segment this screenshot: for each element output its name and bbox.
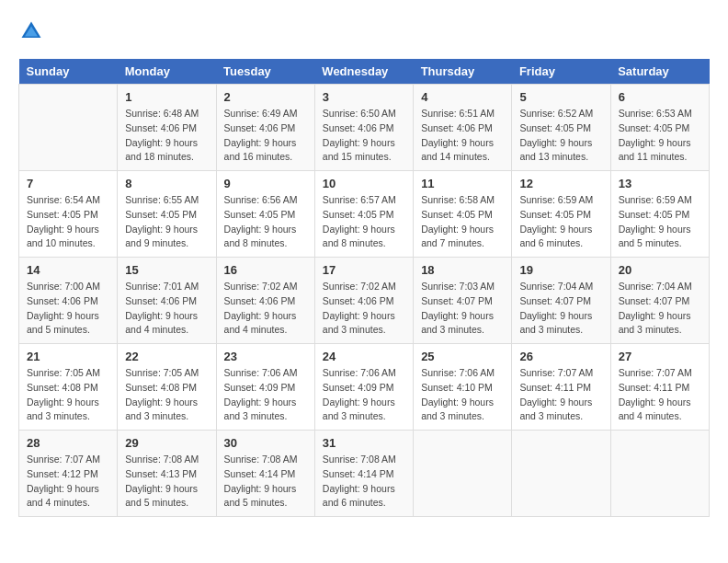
day-info: Sunrise: 7:04 AM Sunset: 4:07 PM Dayligh… [519,280,602,338]
day-info: Sunrise: 6:57 AM Sunset: 4:05 PM Dayligh… [323,193,405,251]
day-info: Sunrise: 6:48 AM Sunset: 4:06 PM Dayligh… [125,107,208,165]
calendar-cell: 16Sunrise: 7:02 AM Sunset: 4:06 PM Dayli… [216,258,314,344]
day-number: 11 [421,177,504,190]
weekday-header-saturday: Saturday [610,59,709,85]
day-number: 22 [125,350,208,363]
calendar-cell: 13Sunrise: 6:59 AM Sunset: 4:05 PM Dayli… [610,171,709,258]
calendar-cell: 21Sunrise: 7:05 AM Sunset: 4:08 PM Dayli… [19,344,118,431]
day-number: 19 [519,263,602,277]
day-info: Sunrise: 6:51 AM Sunset: 4:06 PM Dayligh… [421,107,504,165]
calendar-cell: 9Sunrise: 6:56 AM Sunset: 4:05 PM Daylig… [216,171,314,258]
day-number: 14 [27,263,109,277]
calendar-cell: 8Sunrise: 6:55 AM Sunset: 4:05 PM Daylig… [118,171,216,258]
weekday-header-friday: Friday [512,59,610,85]
calendar-cell: 17Sunrise: 7:02 AM Sunset: 4:06 PM Dayli… [314,258,413,344]
calendar-cell [19,85,118,171]
calendar-cell: 7Sunrise: 6:54 AM Sunset: 4:05 PM Daylig… [19,171,118,258]
day-info: Sunrise: 7:08 AM Sunset: 4:14 PM Dayligh… [323,453,405,511]
calendar-cell [414,431,512,517]
day-info: Sunrise: 6:55 AM Sunset: 4:05 PM Dayligh… [125,193,208,251]
calendar-cell: 30Sunrise: 7:08 AM Sunset: 4:14 PM Dayli… [216,431,314,517]
calendar-cell: 28Sunrise: 7:07 AM Sunset: 4:12 PM Dayli… [19,431,118,517]
day-number: 7 [27,177,109,190]
day-info: Sunrise: 6:54 AM Sunset: 4:05 PM Dayligh… [27,193,109,251]
day-number: 2 [224,90,307,104]
calendar-cell: 6Sunrise: 6:53 AM Sunset: 4:05 PM Daylig… [610,85,709,171]
day-number: 17 [323,263,405,277]
day-info: Sunrise: 6:58 AM Sunset: 4:05 PM Dayligh… [421,193,504,251]
day-number: 29 [125,436,208,450]
day-number: 1 [125,90,208,104]
calendar-cell: 22Sunrise: 7:05 AM Sunset: 4:08 PM Dayli… [118,344,216,431]
week-row-3: 14Sunrise: 7:00 AM Sunset: 4:06 PM Dayli… [19,258,710,344]
week-row-4: 21Sunrise: 7:05 AM Sunset: 4:08 PM Dayli… [19,344,710,431]
day-number: 28 [27,436,109,450]
day-info: Sunrise: 7:06 AM Sunset: 4:09 PM Dayligh… [323,366,405,424]
calendar-cell: 23Sunrise: 7:06 AM Sunset: 4:09 PM Dayli… [216,344,314,431]
day-number: 16 [224,263,307,277]
day-info: Sunrise: 7:06 AM Sunset: 4:09 PM Dayligh… [224,366,307,424]
day-number: 20 [619,263,701,277]
weekday-header-sunday: Sunday [19,59,118,85]
day-number: 15 [125,263,208,277]
calendar-cell: 20Sunrise: 7:04 AM Sunset: 4:07 PM Dayli… [610,258,709,344]
day-info: Sunrise: 7:07 AM Sunset: 4:11 PM Dayligh… [619,366,701,424]
day-number: 23 [224,350,307,363]
calendar-cell: 12Sunrise: 6:59 AM Sunset: 4:05 PM Dayli… [512,171,610,258]
week-row-2: 7Sunrise: 6:54 AM Sunset: 4:05 PM Daylig… [19,171,710,258]
day-info: Sunrise: 7:04 AM Sunset: 4:07 PM Dayligh… [619,280,701,338]
day-info: Sunrise: 7:01 AM Sunset: 4:06 PM Dayligh… [125,280,208,338]
day-number: 9 [224,177,307,190]
calendar-cell: 27Sunrise: 7:07 AM Sunset: 4:11 PM Dayli… [610,344,709,431]
day-number: 13 [619,177,701,190]
day-number: 21 [27,350,109,363]
day-number: 31 [323,436,405,450]
week-row-5: 28Sunrise: 7:07 AM Sunset: 4:12 PM Dayli… [19,431,710,517]
day-info: Sunrise: 6:50 AM Sunset: 4:06 PM Dayligh… [323,107,405,165]
logo-icon [18,18,44,44]
day-number: 6 [619,90,701,104]
day-info: Sunrise: 6:59 AM Sunset: 4:05 PM Dayligh… [619,193,701,251]
day-info: Sunrise: 7:05 AM Sunset: 4:08 PM Dayligh… [125,366,208,424]
day-info: Sunrise: 7:08 AM Sunset: 4:13 PM Dayligh… [125,453,208,511]
day-info: Sunrise: 7:00 AM Sunset: 4:06 PM Dayligh… [27,280,109,338]
weekday-header-row: SundayMondayTuesdayWednesdayThursdayFrid… [19,59,710,85]
weekday-header-wednesday: Wednesday [314,59,413,85]
calendar-cell: 1Sunrise: 6:48 AM Sunset: 4:06 PM Daylig… [118,85,216,171]
day-number: 25 [421,350,504,363]
weekday-header-thursday: Thursday [414,59,512,85]
day-info: Sunrise: 6:56 AM Sunset: 4:05 PM Dayligh… [224,193,307,251]
calendar-cell: 25Sunrise: 7:06 AM Sunset: 4:10 PM Dayli… [414,344,512,431]
calendar-cell: 5Sunrise: 6:52 AM Sunset: 4:05 PM Daylig… [512,85,610,171]
weekday-header-monday: Monday [118,59,216,85]
day-info: Sunrise: 7:07 AM Sunset: 4:11 PM Dayligh… [519,366,602,424]
day-info: Sunrise: 7:02 AM Sunset: 4:06 PM Dayligh… [224,280,307,338]
day-info: Sunrise: 6:52 AM Sunset: 4:05 PM Dayligh… [519,107,602,165]
calendar-cell [610,431,709,517]
day-info: Sunrise: 7:05 AM Sunset: 4:08 PM Dayligh… [27,366,109,424]
weekday-header-tuesday: Tuesday [216,59,314,85]
day-info: Sunrise: 6:49 AM Sunset: 4:06 PM Dayligh… [224,107,307,165]
calendar-cell: 2Sunrise: 6:49 AM Sunset: 4:06 PM Daylig… [216,85,314,171]
calendar-cell: 29Sunrise: 7:08 AM Sunset: 4:13 PM Dayli… [118,431,216,517]
week-row-1: 1Sunrise: 6:48 AM Sunset: 4:06 PM Daylig… [19,85,710,171]
calendar-cell: 19Sunrise: 7:04 AM Sunset: 4:07 PM Dayli… [512,258,610,344]
calendar-table: SundayMondayTuesdayWednesdayThursdayFrid… [18,59,710,517]
day-number: 10 [323,177,405,190]
day-number: 30 [224,436,307,450]
day-info: Sunrise: 6:53 AM Sunset: 4:05 PM Dayligh… [619,107,701,165]
calendar-cell: 10Sunrise: 6:57 AM Sunset: 4:05 PM Dayli… [314,171,413,258]
day-info: Sunrise: 6:59 AM Sunset: 4:05 PM Dayligh… [519,193,602,251]
day-info: Sunrise: 7:03 AM Sunset: 4:07 PM Dayligh… [421,280,504,338]
calendar-cell: 4Sunrise: 6:51 AM Sunset: 4:06 PM Daylig… [414,85,512,171]
day-number: 3 [323,90,405,104]
logo [18,18,48,44]
day-number: 8 [125,177,208,190]
day-number: 18 [421,263,504,277]
day-number: 5 [519,90,602,104]
page-header [18,18,710,44]
day-number: 12 [519,177,602,190]
calendar-cell: 3Sunrise: 6:50 AM Sunset: 4:06 PM Daylig… [314,85,413,171]
day-info: Sunrise: 7:07 AM Sunset: 4:12 PM Dayligh… [27,453,109,511]
day-info: Sunrise: 7:06 AM Sunset: 4:10 PM Dayligh… [421,366,504,424]
